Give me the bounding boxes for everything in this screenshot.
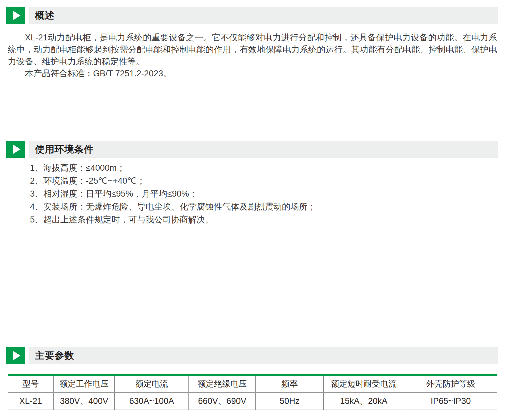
table-header-row: 型号 额定工作电压 额定电流 额定绝缘电压 频率 额定短时耐受电流 外壳防护等级 [8,375,497,392]
section-header-environment: 使用环境条件 [6,141,498,158]
section-header-parameters: 主要参数 [6,347,498,364]
section-title-environment: 使用环境条件 [29,143,94,156]
cell-rated-insulation-voltage: 660V、690V [189,392,256,410]
overview-body: XL-21动力配电柜，是电力系统的重要设备之一。它不仅能够对电力进行分配和控制，… [8,32,497,80]
section-title-parameters: 主要参数 [29,349,74,362]
cell-enclosure-protection-rating: IP65~IP30 [404,392,497,410]
green-marker-icon [6,141,25,158]
section-header-overview: 概述 [6,7,498,24]
section-title-bar: 主要参数 [29,347,498,364]
env-item-temperature: 2、环境温度：-25℃~+40℃； [30,175,497,187]
env-item-other-conditions: 5、超出上述条件规定时，可与我公司协商解决。 [30,213,497,226]
overview-standard-line: 本产品符合标准：GB/T 7251.2-2023。 [8,68,497,80]
play-triangle-icon [13,351,21,360]
spacer [0,80,505,141]
env-item-humidity: 3、相对湿度：日平均≤95%，月平均≤90%； [30,187,497,200]
parameters-table: 型号 额定工作电压 额定电流 额定绝缘电压 频率 额定短时耐受电流 外壳防护等级… [8,374,497,410]
col-header-enclosure-protection-rating: 外壳防护等级 [404,375,497,392]
section-title-bar: 概述 [29,7,498,24]
section-title-overview: 概述 [29,9,55,22]
spacer [0,364,505,374]
section-title-bar: 使用环境条件 [29,141,498,158]
cell-model: XL-21 [8,392,54,410]
table-row: XL-21 380V、400V 630A~100A 660V、690V 50Hz… [8,392,497,410]
play-triangle-icon [13,11,21,20]
col-header-rated-current: 额定电流 [115,375,189,392]
col-header-rated-working-voltage: 额定工作电压 [54,375,115,392]
cell-rated-current: 630A~100A [115,392,189,410]
spacer [0,226,505,347]
cell-frequency: 50Hz [256,392,324,410]
green-marker-icon [6,347,25,364]
environment-conditions-list: 1、海拔高度：≤4000m； 2、环境温度：-25℃~+40℃； 3、相对湿度：… [30,162,497,226]
col-header-frequency: 频率 [256,375,324,392]
col-header-rated-insulation-voltage: 额定绝缘电压 [189,375,256,392]
cell-rated-working-voltage: 380V、400V [54,392,115,410]
spacer [0,0,505,7]
green-marker-icon [6,7,25,24]
overview-paragraph: XL-21动力配电柜，是电力系统的重要设备之一。它不仅能够对电力进行分配和控制，… [8,32,497,68]
cell-short-time-withstand-current: 15kA、20kA [324,392,404,410]
env-item-altitude: 1、海拔高度：≤4000m； [30,162,497,175]
col-header-model: 型号 [8,375,54,392]
env-item-installation-site: 4、安装场所：无爆炸危险、导电尘埃、化学腐蚀性气体及剧烈震动的场所； [30,200,497,213]
play-triangle-icon [13,145,21,154]
datasheet-page: 概述 XL-21动力配电柜，是电力系统的重要设备之一。它不仅能够对电力进行分配和… [0,0,505,420]
col-header-short-time-withstand-current: 额定短时耐受电流 [324,375,404,392]
